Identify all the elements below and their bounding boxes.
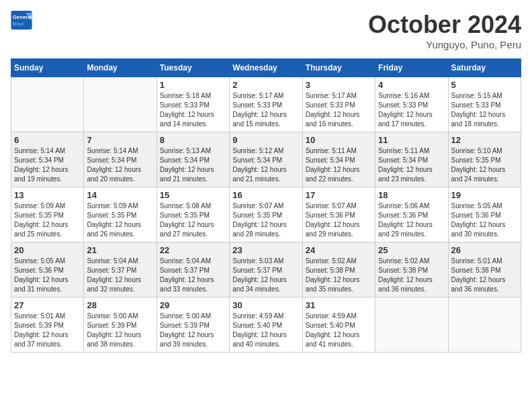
- day-info: Sunrise: 5:15 AMSunset: 5:33 PMDaylight:…: [451, 91, 518, 129]
- day-number: 26: [451, 245, 518, 255]
- day-info: Sunrise: 5:01 AMSunset: 5:38 PMDaylight:…: [451, 257, 518, 294]
- day-number: 18: [378, 190, 445, 200]
- day-info: Sunrise: 5:02 AMSunset: 5:38 PMDaylight:…: [306, 257, 372, 294]
- calendar-day-cell: 16Sunrise: 5:07 AMSunset: 5:35 PMDayligh…: [230, 187, 302, 242]
- calendar-day-cell: 17Sunrise: 5:07 AMSunset: 5:36 PMDayligh…: [302, 187, 375, 242]
- day-number: 6: [14, 135, 81, 145]
- svg-text:Blue: Blue: [13, 21, 25, 27]
- calendar-day-cell: 18Sunrise: 5:06 AMSunset: 5:36 PMDayligh…: [375, 187, 448, 242]
- calendar-day-cell: 28Sunrise: 5:00 AMSunset: 5:39 PMDayligh…: [84, 298, 157, 353]
- day-number: 1: [160, 80, 226, 90]
- month-title: October 2024: [368, 11, 521, 39]
- day-info: Sunrise: 5:14 AMSunset: 5:34 PMDaylight:…: [14, 146, 81, 184]
- calendar-day-cell: 13Sunrise: 5:09 AMSunset: 5:35 PMDayligh…: [11, 187, 84, 242]
- calendar-day-cell: [448, 298, 521, 353]
- calendar-week-row: 13Sunrise: 5:09 AMSunset: 5:35 PMDayligh…: [11, 187, 521, 242]
- calendar-day-cell: 22Sunrise: 5:04 AMSunset: 5:37 PMDayligh…: [157, 242, 229, 298]
- calendar-day-cell: 4Sunrise: 5:16 AMSunset: 5:33 PMDaylight…: [375, 77, 448, 132]
- calendar-day-cell: 14Sunrise: 5:09 AMSunset: 5:35 PMDayligh…: [84, 187, 157, 242]
- day-number: 3: [306, 80, 372, 90]
- calendar-week-row: 6Sunrise: 5:14 AMSunset: 5:34 PMDaylight…: [11, 132, 521, 187]
- day-info: Sunrise: 4:59 AMSunset: 5:40 PMDaylight:…: [232, 312, 299, 349]
- day-info: Sunrise: 5:00 AMSunset: 5:39 PMDaylight:…: [160, 312, 226, 349]
- day-number: 2: [232, 80, 299, 90]
- calendar-day-cell: 7Sunrise: 5:14 AMSunset: 5:34 PMDaylight…: [84, 132, 157, 187]
- day-info: Sunrise: 5:09 AMSunset: 5:35 PMDaylight:…: [87, 201, 153, 239]
- calendar-day-cell: 11Sunrise: 5:11 AMSunset: 5:34 PMDayligh…: [375, 132, 448, 187]
- page-header: General Blue October 2024 Yunguyo, Puno,…: [11, 11, 521, 50]
- calendar-day-cell: 23Sunrise: 5:03 AMSunset: 5:37 PMDayligh…: [230, 242, 302, 298]
- calendar-week-row: 1Sunrise: 5:18 AMSunset: 5:33 PMDaylight…: [11, 77, 521, 132]
- day-number: 13: [14, 190, 81, 200]
- day-number: 27: [14, 300, 81, 310]
- calendar-day-cell: 15Sunrise: 5:08 AMSunset: 5:35 PMDayligh…: [157, 187, 229, 242]
- day-info: Sunrise: 5:12 AMSunset: 5:34 PMDaylight:…: [232, 146, 299, 184]
- day-info: Sunrise: 5:13 AMSunset: 5:34 PMDaylight:…: [160, 146, 226, 184]
- day-number: 9: [232, 135, 299, 145]
- weekday-header: Saturday: [448, 59, 521, 77]
- day-number: 19: [451, 190, 518, 200]
- calendar-day-cell: 24Sunrise: 5:02 AMSunset: 5:38 PMDayligh…: [302, 242, 375, 298]
- day-number: 14: [87, 190, 153, 200]
- day-info: Sunrise: 5:04 AMSunset: 5:37 PMDaylight:…: [160, 257, 226, 294]
- calendar-day-cell: [375, 298, 448, 353]
- day-info: Sunrise: 5:09 AMSunset: 5:35 PMDaylight:…: [14, 201, 81, 239]
- day-number: 31: [306, 300, 372, 310]
- day-number: 17: [306, 190, 372, 200]
- day-info: Sunrise: 5:07 AMSunset: 5:35 PMDaylight:…: [232, 201, 299, 239]
- calendar-day-cell: 2Sunrise: 5:17 AMSunset: 5:33 PMDaylight…: [230, 77, 302, 132]
- day-info: Sunrise: 5:10 AMSunset: 5:35 PMDaylight:…: [451, 146, 518, 184]
- calendar-day-cell: 29Sunrise: 5:00 AMSunset: 5:39 PMDayligh…: [157, 298, 229, 353]
- day-info: Sunrise: 5:17 AMSunset: 5:33 PMDaylight:…: [306, 91, 372, 129]
- day-info: Sunrise: 4:59 AMSunset: 5:40 PMDaylight:…: [306, 312, 372, 349]
- day-number: 29: [160, 300, 226, 310]
- day-number: 4: [378, 80, 445, 90]
- weekday-header: Tuesday: [157, 59, 229, 77]
- calendar-day-cell: 3Sunrise: 5:17 AMSunset: 5:33 PMDaylight…: [302, 77, 375, 132]
- calendar-day-cell: 5Sunrise: 5:15 AMSunset: 5:33 PMDaylight…: [448, 77, 521, 132]
- calendar-day-cell: 31Sunrise: 4:59 AMSunset: 5:40 PMDayligh…: [302, 298, 375, 353]
- day-number: 25: [378, 245, 445, 255]
- day-number: 30: [232, 300, 299, 310]
- day-info: Sunrise: 5:07 AMSunset: 5:36 PMDaylight:…: [306, 201, 372, 239]
- day-info: Sunrise: 5:00 AMSunset: 5:39 PMDaylight:…: [87, 312, 153, 349]
- day-number: 16: [232, 190, 299, 200]
- calendar-week-row: 27Sunrise: 5:01 AMSunset: 5:39 PMDayligh…: [11, 298, 521, 353]
- day-info: Sunrise: 5:03 AMSunset: 5:37 PMDaylight:…: [232, 257, 299, 294]
- weekday-header: Sunday: [11, 59, 84, 77]
- day-number: 5: [451, 80, 518, 90]
- weekday-header: Monday: [84, 59, 157, 77]
- day-info: Sunrise: 5:08 AMSunset: 5:35 PMDaylight:…: [160, 201, 226, 239]
- day-info: Sunrise: 5:11 AMSunset: 5:34 PMDaylight:…: [378, 146, 445, 184]
- day-info: Sunrise: 5:01 AMSunset: 5:39 PMDaylight:…: [14, 312, 81, 349]
- day-number: 22: [160, 245, 226, 255]
- calendar-day-cell: 30Sunrise: 4:59 AMSunset: 5:40 PMDayligh…: [230, 298, 302, 353]
- day-info: Sunrise: 5:17 AMSunset: 5:33 PMDaylight:…: [232, 91, 299, 129]
- logo: General Blue: [11, 11, 32, 30]
- calendar-day-cell: [84, 77, 157, 132]
- calendar-table: SundayMondayTuesdayWednesdayThursdayFrid…: [11, 58, 521, 353]
- calendar-day-cell: 9Sunrise: 5:12 AMSunset: 5:34 PMDaylight…: [230, 132, 302, 187]
- title-block: October 2024 Yunguyo, Puno, Peru: [368, 11, 521, 50]
- logo-icon: General Blue: [11, 11, 32, 30]
- day-info: Sunrise: 5:18 AMSunset: 5:33 PMDaylight:…: [160, 91, 226, 129]
- day-info: Sunrise: 5:02 AMSunset: 5:38 PMDaylight:…: [378, 257, 445, 294]
- day-number: 28: [87, 300, 153, 310]
- weekday-header: Friday: [375, 59, 448, 77]
- day-info: Sunrise: 5:11 AMSunset: 5:34 PMDaylight:…: [306, 146, 372, 184]
- calendar-week-row: 20Sunrise: 5:05 AMSunset: 5:36 PMDayligh…: [11, 242, 521, 298]
- day-number: 15: [160, 190, 226, 200]
- calendar-day-cell: 27Sunrise: 5:01 AMSunset: 5:39 PMDayligh…: [11, 298, 84, 353]
- calendar-day-cell: 26Sunrise: 5:01 AMSunset: 5:38 PMDayligh…: [448, 242, 521, 298]
- weekday-header: Thursday: [302, 59, 375, 77]
- day-number: 12: [451, 135, 518, 145]
- day-number: 23: [232, 245, 299, 255]
- day-info: Sunrise: 5:06 AMSunset: 5:36 PMDaylight:…: [378, 201, 445, 239]
- day-number: 21: [87, 245, 153, 255]
- location: Yunguyo, Puno, Peru: [368, 39, 521, 50]
- day-info: Sunrise: 5:04 AMSunset: 5:37 PMDaylight:…: [87, 257, 153, 294]
- day-info: Sunrise: 5:05 AMSunset: 5:36 PMDaylight:…: [14, 257, 81, 294]
- day-number: 24: [306, 245, 372, 255]
- calendar-day-cell: 12Sunrise: 5:10 AMSunset: 5:35 PMDayligh…: [448, 132, 521, 187]
- calendar-day-cell: [11, 77, 84, 132]
